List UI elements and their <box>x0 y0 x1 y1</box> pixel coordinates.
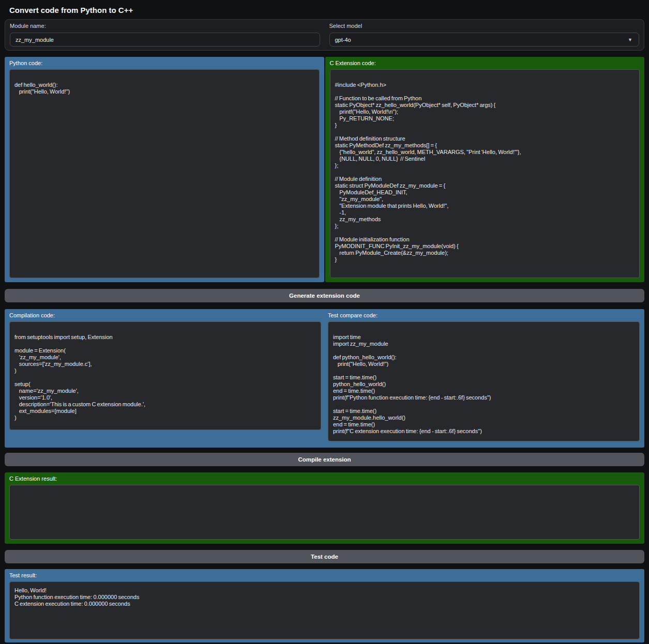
compilation-code-group: Compilation code: from setuptools import… <box>9 312 321 430</box>
c-extension-code-box[interactable]: #include <Python.h> // Function to be ca… <box>330 69 640 278</box>
module-name-label: Module name: <box>10 23 320 29</box>
compilation-code-label: Compilation code: <box>9 312 321 318</box>
c-extension-code-label: C Extension code: <box>330 60 640 66</box>
model-select-label: Select model <box>329 23 640 29</box>
c-extension-result-label: C Extension result: <box>9 476 640 482</box>
python-code-label: Python code: <box>9 60 320 66</box>
c-extension-result-box <box>9 485 640 540</box>
test-compare-code-group: Test compare code: import time import zz… <box>328 312 640 441</box>
c-extension-code-panel: C Extension code: #include <Python.h> //… <box>325 57 645 282</box>
model-select-group: Select model gpt-4o ▼ <box>329 23 640 45</box>
model-select-value: gpt-4o <box>335 37 351 43</box>
python-code-panel: Python code: def hello_world(): print("H… <box>5 57 324 282</box>
test-compare-code-label: Test compare code: <box>328 312 640 318</box>
code-row: Python code: def hello_world(): print("H… <box>5 57 644 282</box>
test-compare-code-box[interactable]: import time import zz_my_module def pyth… <box>328 321 640 441</box>
python-code-box[interactable]: def hello_world(): print("Hello, World!"… <box>9 69 320 278</box>
test-result-box: Hello, World! Python function execution … <box>9 581 640 639</box>
settings-form: Module name: Select model gpt-4o ▼ <box>5 19 644 51</box>
compilation-code-box[interactable]: from setuptools import setup, Extension … <box>9 321 321 430</box>
c-extension-result-panel: C Extension result: <box>5 472 644 544</box>
test-result-label: Test result: <box>9 572 640 578</box>
module-name-field[interactable] <box>10 33 320 47</box>
page-title: Convert code from Python to C++ <box>9 5 644 16</box>
compilation-row-panel: Compilation code: from setuptools import… <box>5 309 644 448</box>
chevron-down-icon: ▼ <box>628 37 632 42</box>
model-select[interactable]: gpt-4o ▼ <box>329 33 640 47</box>
test-result-panel: Test result: Hello, World! Python functi… <box>5 569 644 642</box>
module-name-group: Module name: <box>10 23 320 45</box>
generate-extension-code-button[interactable]: Generate extension code <box>5 289 644 302</box>
test-code-button[interactable]: Test code <box>5 550 644 563</box>
compile-extension-button[interactable]: Compile extension <box>5 453 644 466</box>
